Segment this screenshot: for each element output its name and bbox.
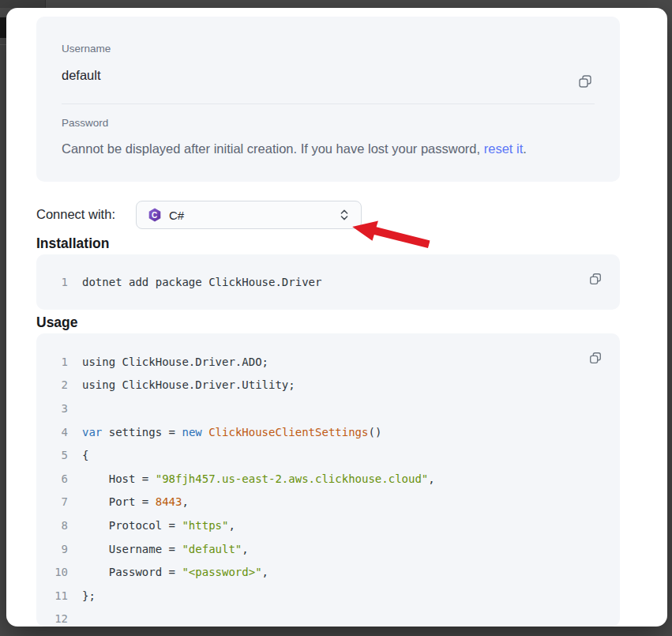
line-number: 7	[36, 495, 68, 508]
code-line: 9 Username = "default",	[36, 537, 620, 561]
selected-language-label: C#	[169, 209, 339, 222]
copy-usage-button[interactable]	[588, 351, 603, 365]
csharp-logo-icon: C	[148, 208, 162, 222]
code-line: 5{	[36, 443, 620, 467]
username-value: default	[62, 68, 101, 83]
copy-icon	[577, 80, 593, 92]
line-number: 4	[36, 426, 68, 438]
installation-code-lines: 1dotnet add package ClickHouse.Driver	[36, 270, 620, 294]
backdrop-top-segment	[0, 0, 45, 8]
code-text: Host = "98fjh457.us-east-2.aws.clickhous…	[82, 472, 435, 485]
connection-dialog: Username default Password Cannot be disp…	[6, 8, 667, 627]
line-number: 8	[36, 519, 68, 532]
code-text: };	[82, 589, 96, 602]
code-line: 10 Password = "<password>",	[36, 560, 620, 584]
code-text: Username = "default",	[82, 543, 249, 555]
copy-icon	[588, 277, 603, 288]
code-line: 11};	[36, 584, 620, 608]
code-line: 2using ClickHouse.Driver.Utility;	[36, 374, 620, 397]
backdrop-top-divider	[45, 0, 46, 8]
code-line: 12	[36, 608, 620, 627]
usage-code-block: 1using ClickHouse.Driver.ADO;2using Clic…	[36, 333, 620, 627]
line-number: 1	[36, 276, 68, 288]
code-line: 6 Host = "98fjh457.us-east-2.aws.clickho…	[36, 467, 620, 491]
installation-code-block: 1dotnet add package ClickHouse.Driver	[36, 254, 620, 310]
password-note-period: .	[523, 141, 527, 156]
panel-divider	[62, 103, 595, 104]
reset-password-link[interactable]: reset it	[484, 141, 524, 156]
backdrop-left-block	[0, 17, 6, 38]
code-text: using ClickHouse.Driver.Utility;	[82, 378, 295, 391]
line-number: 11	[36, 589, 68, 602]
connect-with-label: Connect with:	[36, 207, 115, 222]
usage-code-lines: 1using ClickHouse.Driver.ADO;2using Clic…	[36, 350, 620, 627]
password-label: Password	[62, 117, 108, 129]
line-number: 10	[36, 566, 68, 578]
red-arrow-annotation-icon	[350, 216, 432, 253]
line-number: 1	[36, 356, 68, 368]
line-number: 2	[36, 378, 68, 391]
password-note-text: Cannot be displayed after initial creati…	[62, 141, 484, 156]
code-line: 4var settings = new ClickHouseClientSett…	[36, 420, 620, 444]
line-number: 6	[36, 472, 68, 485]
copy-installation-button[interactable]	[588, 272, 603, 286]
svg-text:C: C	[152, 211, 157, 220]
code-text: var settings = new ClickHouseClientSetti…	[82, 426, 381, 438]
credentials-panel: Username default Password Cannot be disp…	[36, 17, 620, 182]
code-line: 1dotnet add package ClickHouse.Driver	[36, 270, 620, 294]
code-line: 8 Protocol = "https",	[36, 514, 620, 537]
language-select-dropdown[interactable]: C C#	[136, 201, 362, 229]
code-text: {	[82, 449, 88, 461]
copy-icon	[588, 356, 603, 367]
code-text: Protocol = "https",	[82, 519, 235, 532]
copy-username-button[interactable]	[577, 73, 593, 89]
line-number: 9	[36, 543, 68, 555]
code-text: Password = "<password>",	[82, 566, 268, 578]
code-text: dotnet add package ClickHouse.Driver	[82, 276, 321, 288]
code-text: Port = 8443,	[82, 495, 189, 508]
installation-heading: Installation	[36, 235, 109, 252]
line-number: 5	[36, 449, 68, 461]
username-label: Username	[62, 43, 111, 55]
password-note: Cannot be displayed after initial creati…	[62, 141, 527, 156]
usage-heading: Usage	[36, 314, 78, 331]
code-line: 7 Port = 8443,	[36, 491, 620, 514]
line-number: 3	[36, 402, 68, 415]
line-number: 12	[36, 612, 68, 625]
backdrop-left-line	[0, 44, 6, 45]
code-line: 1using ClickHouse.Driver.ADO;	[36, 350, 620, 374]
chevron-up-down-icon	[339, 208, 350, 222]
code-text: using ClickHouse.Driver.ADO;	[82, 356, 268, 368]
code-line: 3	[36, 397, 620, 420]
